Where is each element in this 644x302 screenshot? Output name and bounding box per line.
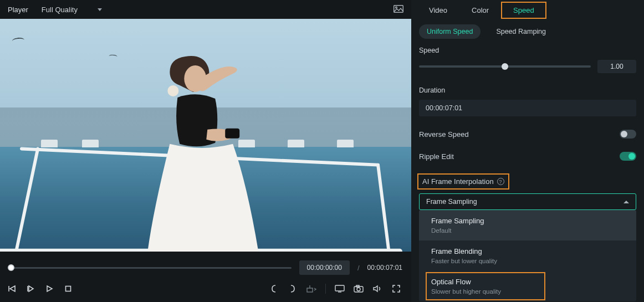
svg-point-4 xyxy=(167,85,178,96)
interpolation-menu: Frame Sampling Default Frame Blending Fa… xyxy=(419,210,636,301)
player-header: Player Full Quality xyxy=(0,0,411,19)
help-icon[interactable]: ? xyxy=(497,178,504,185)
chevron-down-icon xyxy=(98,8,102,11)
stop-icon[interactable] xyxy=(62,283,74,295)
divider xyxy=(325,284,326,294)
fullscreen-icon[interactable] xyxy=(390,283,402,295)
quality-select[interactable]: Full Quality xyxy=(42,6,102,14)
svg-rect-3 xyxy=(225,129,239,139)
speed-value[interactable]: 1.00 xyxy=(597,60,636,73)
reverse-speed-label: Reverse Speed xyxy=(419,130,469,139)
quality-value: Full Quality xyxy=(42,6,78,14)
svg-point-1 xyxy=(396,7,397,8)
timecode-separator: / xyxy=(357,264,360,272)
mark-out-icon[interactable] xyxy=(287,283,299,295)
duration-field[interactable]: 00:00:07:01 xyxy=(419,100,636,116)
svg-point-9 xyxy=(357,288,360,291)
play-icon[interactable] xyxy=(43,283,55,295)
interpolation-option-optical-flow[interactable]: Optical Flow Slower but higher quality xyxy=(419,271,636,301)
camera-icon[interactable] xyxy=(352,283,365,295)
playhead-scrubber[interactable] xyxy=(9,264,292,272)
inspector-tabs: Video Color Speed xyxy=(411,0,644,20)
ripple-edit-toggle[interactable] xyxy=(620,152,636,161)
interpolation-selected: Frame Sampling xyxy=(426,198,477,206)
subtab-uniform-speed[interactable]: Uniform Speed xyxy=(419,24,481,39)
speed-slider[interactable] xyxy=(419,65,591,68)
speed-slider-thumb[interactable] xyxy=(502,63,508,70)
ai-frame-interpolation-label: AI Frame Interpolation ? xyxy=(419,175,508,188)
svg-rect-7 xyxy=(335,285,344,291)
image-icon[interactable] xyxy=(393,5,403,14)
interpolation-dropdown[interactable]: Frame Sampling xyxy=(419,193,636,210)
tab-speed[interactable]: Speed xyxy=(501,2,546,19)
ripple-edit-label: Ripple Edit xyxy=(419,152,454,161)
tab-video[interactable]: Video xyxy=(417,2,459,19)
playhead-thumb[interactable] xyxy=(8,264,14,271)
prev-frame-icon[interactable] xyxy=(6,283,18,295)
chevron-up-icon xyxy=(623,201,629,203)
reverse-speed-toggle[interactable] xyxy=(620,130,636,139)
subtab-speed-ramping[interactable]: Speed Ramping xyxy=(488,24,554,39)
duration-label: Duration xyxy=(419,86,636,94)
current-timecode[interactable]: 00:00:00:00 xyxy=(299,260,350,275)
bird-icon xyxy=(109,54,117,59)
speed-label: Speed xyxy=(419,47,636,54)
svg-rect-0 xyxy=(394,5,403,12)
total-timecode: 00:00:07:01 xyxy=(367,264,402,272)
mark-in-icon[interactable] xyxy=(268,283,280,295)
display-icon[interactable] xyxy=(334,283,346,295)
volume-icon[interactable] xyxy=(371,283,384,295)
interpolation-option-frame-blending[interactable]: Frame Blending Faster but lower quality xyxy=(419,240,636,271)
svg-rect-6 xyxy=(307,288,313,292)
svg-rect-5 xyxy=(66,286,71,291)
video-preview[interactable] xyxy=(0,19,411,252)
tab-color[interactable]: Color xyxy=(459,2,501,19)
play-range-icon[interactable] xyxy=(24,283,37,295)
markers-menu-icon[interactable] xyxy=(305,283,318,295)
player-label: Player xyxy=(8,6,28,14)
interpolation-option-frame-sampling[interactable]: Frame Sampling Default xyxy=(419,210,636,240)
